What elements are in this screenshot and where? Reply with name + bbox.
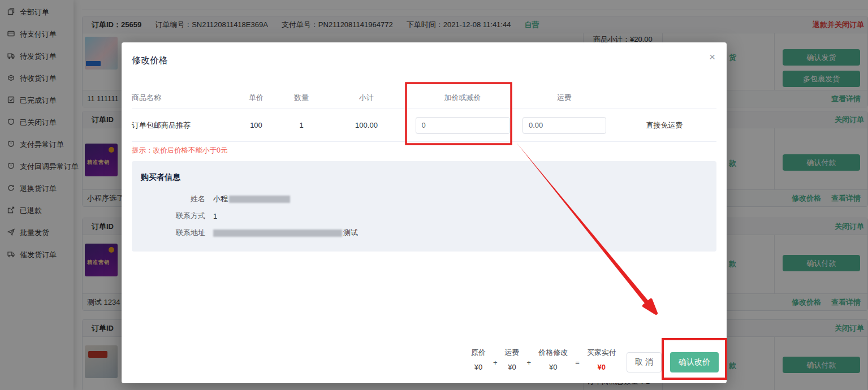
redacted-name [229,196,290,203]
col-subtotal: 小计 [324,93,409,103]
buyer-info-panel: 购买者信息 姓名 小程 联系方式 1 联系地址 测试 [132,161,716,252]
buyer-address-label: 联系地址 [132,228,205,238]
buyer-phone-value: 1 [213,212,217,220]
buyer-name-value: 小程 [213,194,290,204]
close-icon[interactable]: × [709,51,715,62]
subtotal: 100.00 [324,121,409,129]
col-freight: 运费 [516,93,612,103]
price-table: 商品名称 单价 数量 小计 加价或减价 运费 订单包邮商品推荐 100 1 10… [132,86,716,142]
modify-price-modal: 修改价格 × 商品名称 单价 数量 小计 加价或减价 运费 订单包邮商品推荐 1… [122,42,727,383]
price-summary: 原价¥0 + 运费¥0 + 价格修改¥0 = 买家实付¥0 [471,348,616,371]
price-adjust-value: ¥0 [549,363,557,371]
buyer-pay-value: ¥0 [598,363,606,371]
free-shipping-link[interactable]: 直接免运费 [612,120,716,131]
plus-sign: + [527,353,532,367]
adjust-price-input[interactable] [416,117,510,134]
col-product-name: 商品名称 [132,93,234,103]
buyer-name-label: 姓名 [132,194,205,204]
freight-input[interactable] [522,117,606,134]
price-table-header: 商品名称 单价 数量 小计 加价或减价 运费 [132,86,716,109]
col-unit-price: 单价 [234,93,279,103]
buyer-phone-label: 联系方式 [132,211,205,221]
freight-label: 运费 [505,348,520,358]
modal-title: 修改价格 [132,55,168,67]
buyer-info-title: 购买者信息 [141,172,180,183]
redacted-address [213,229,342,237]
product-name: 订单包邮商品推荐 [132,120,234,131]
buyer-pay-label: 买家实付 [587,348,616,358]
col-adjust: 加价或减价 [409,93,516,103]
price-adjust-label: 价格修改 [538,348,568,358]
confirm-modify-price-button[interactable]: 确认改价 [670,352,719,372]
cancel-button[interactable]: 取 消 [627,352,662,372]
equals-sign: = [575,353,580,367]
freight-value: ¥0 [508,363,516,371]
buyer-address-value: 测试 [213,228,358,238]
price-table-row: 订单包邮商品推荐 100 1 100.00 直接免运费 [132,109,716,142]
original-price-value: ¥0 [474,363,482,371]
price-hint: 提示：改价后价格不能小于0元 [132,146,227,155]
col-quantity: 数量 [279,93,324,103]
plus-sign: + [493,353,498,367]
unit-price: 100 [234,121,279,129]
original-price-label: 原价 [471,348,486,358]
quantity: 1 [279,121,324,129]
